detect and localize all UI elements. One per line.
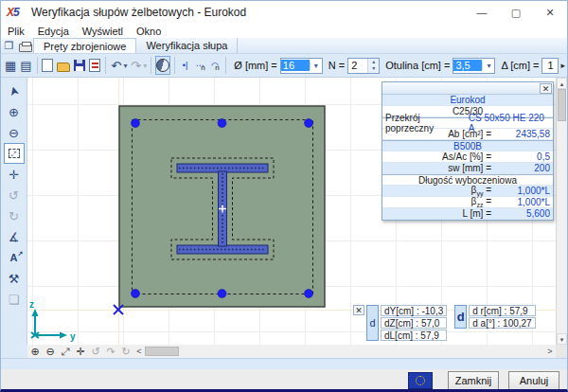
add-rebar-arc-button[interactable]: ◠n	[208, 56, 222, 75]
menu-plik[interactable]: Plik	[1, 26, 31, 37]
save-report-button[interactable]	[88, 56, 101, 75]
export-view-button[interactable]: ❏	[4, 289, 25, 310]
scroll-up-icon[interactable]: ▴	[557, 78, 567, 89]
coord-dz: dZ[cm] : 57,0	[381, 317, 447, 329]
add-rebar-row-button[interactable]: ⋯n	[193, 56, 206, 75]
vertical-scroll-thumb[interactable]	[558, 89, 566, 121]
zoom-extents-button[interactable]: ⤢	[4, 143, 25, 164]
zoom-extents-icon[interactable]: ⤢	[58, 346, 73, 358]
eu-stars	[416, 376, 425, 385]
zoom-previous-button[interactable]: ↺	[4, 185, 25, 205]
rebar-bottom-right[interactable]	[305, 290, 313, 298]
table-grid-icon[interactable]: ▦	[4, 56, 17, 75]
rebar-bottom-center[interactable]	[218, 290, 226, 298]
print-icon[interactable]	[17, 39, 33, 53]
add-single-rebar-button[interactable]: •|	[179, 56, 192, 75]
delta-value-box[interactable]: 1	[541, 58, 559, 74]
diameter-label: Ø [mm] =	[234, 60, 277, 71]
cover-combo[interactable]: 3,5 ▾	[453, 58, 495, 74]
undo-dropdown-icon[interactable]: ▾	[124, 62, 129, 70]
scroll-left-icon[interactable]: <	[133, 347, 145, 356]
tab-strip: ❐ Pręty zbrojeniowe Weryfikacja słupa	[1, 38, 567, 54]
polar-tab[interactable]: d	[454, 305, 467, 329]
count-field: N = 2 ▴▾	[328, 58, 380, 74]
section-display-button[interactable]	[155, 56, 170, 75]
toolbar-separator	[105, 57, 106, 74]
settings-tool-button[interactable]: ⚒	[4, 268, 25, 289]
menu-wyswietl[interactable]: Wyświetl	[76, 26, 130, 37]
rebar-bottom-left[interactable]	[132, 290, 140, 298]
new-file-icon	[42, 59, 53, 72]
horizontal-scroll-row: ⊕ ⊖ ⤢ ✛ ↺ ↷ ↻ < >	[1, 345, 567, 358]
horizontal-scroll-thumb[interactable]	[145, 347, 179, 356]
main-toolbar: ▦ ▤ ↶ ▾ ↷ ▾ •| ⋯n ◠n Ø [mm] = 16 ▾ N = 2	[1, 54, 567, 78]
coord-dy: dY[cm] : -10,3	[381, 305, 447, 316]
view-restore-icon[interactable]: ↷	[103, 346, 118, 358]
dimension-tool-button[interactable]: ∡	[4, 226, 25, 247]
close-icon[interactable]: ✕	[353, 305, 364, 315]
count-label: N =	[328, 60, 345, 71]
footer-bar: Zamknij Anuluj	[1, 369, 567, 391]
diameter-combo[interactable]: 16 ▾	[280, 58, 323, 74]
copy-icon[interactable]: ❐	[1, 39, 17, 53]
close-button[interactable]: ✕	[533, 2, 567, 23]
zoom-in-button[interactable]: ⊕	[4, 101, 25, 122]
cancel-button[interactable]: Anuluj	[508, 371, 559, 390]
table-row-ab: Ab [cm²] =2435,58	[382, 129, 553, 140]
new-file-button[interactable]	[41, 56, 54, 75]
rebar-top-left[interactable]	[132, 119, 140, 128]
app-icon: X5	[7, 6, 26, 20]
maximize-button[interactable]: ▢	[499, 2, 533, 23]
open-file-button[interactable]	[56, 56, 71, 75]
save-floppy-icon	[74, 60, 85, 71]
pan-icon[interactable]: ✛	[73, 346, 88, 358]
delta-field: Δ [cm] = 1	[501, 58, 559, 74]
zoom-out-button[interactable]: ⊖	[4, 122, 25, 143]
rebar-top-center[interactable]	[218, 119, 226, 128]
scroll-right-icon[interactable]: >	[544, 347, 556, 356]
menu-bar: Plik Edycja Wyświetl Okno	[1, 24, 567, 38]
menu-edycja[interactable]: Edycja	[31, 26, 76, 37]
axes-indicator: z y	[29, 299, 76, 342]
toolbar-overflow-icon[interactable]: ▸	[560, 61, 565, 70]
chevron-down-icon[interactable]: ▾	[310, 62, 322, 70]
delta-tab[interactable]: d	[366, 305, 379, 341]
wrench-icon: ⚒	[9, 272, 20, 286]
diameter-value: 16	[281, 60, 310, 71]
annotation-tool-button[interactable]: A↗	[4, 247, 25, 268]
report-file-icon	[89, 59, 100, 72]
window-title: Weryfikacja słupów żelbetowych - Eurokod	[31, 6, 465, 19]
save-button[interactable]	[73, 56, 86, 75]
select-tool-button[interactable]: ➤	[4, 80, 25, 101]
axis-z-label: z	[29, 299, 34, 310]
redo-dropdown-icon[interactable]: ▾	[143, 62, 148, 70]
table-row-eurokod: Eurokod	[382, 95, 553, 106]
horizontal-scrollbar[interactable]: ⊕ ⊖ ⤢ ✛ ↺ ↷ ↻ < >	[27, 345, 556, 358]
drawing-canvas[interactable]: z y ✕ Eurokod C25/30 Przekrój poprzeczny…	[27, 78, 556, 345]
zoom-in-icon[interactable]: ⊕	[27, 346, 43, 358]
tab-prety-zbrojeniowe[interactable]: Pręty zbrojeniowe	[33, 38, 136, 53]
rebar-arc-icon: ◠n	[211, 61, 219, 70]
undo-button[interactable]: ↶	[110, 56, 123, 75]
zoom-extents-icon: ⤢	[9, 149, 20, 158]
view-next-icon[interactable]: ↻	[118, 346, 133, 358]
left-toolbar: ➤ ⊕ ⊖ ⤢ ✛ ↺ ↻ ∡ A↗ ⚒ ❏	[1, 78, 27, 345]
view-previous-icon[interactable]: ↺	[88, 346, 103, 358]
close-dialog-button[interactable]: Zamknij	[448, 371, 499, 390]
report-notebook-icon[interactable]: ▤	[19, 56, 32, 75]
pan-button[interactable]: ✛	[4, 164, 25, 185]
menu-okno[interactable]: Okno	[130, 26, 168, 37]
rebar-top-right[interactable]	[305, 119, 313, 128]
footer-strip	[1, 358, 567, 369]
chevron-down-icon[interactable]: ▾	[482, 62, 494, 70]
scroll-down-icon[interactable]: ▾	[557, 333, 567, 345]
minimize-button[interactable]: —	[465, 2, 499, 23]
zoom-next-button[interactable]: ↻	[4, 205, 25, 226]
close-icon[interactable]: ✕	[540, 83, 552, 94]
count-stepper[interactable]: 2 ▴▾	[347, 58, 380, 74]
vertical-scroll-track[interactable]	[557, 121, 567, 333]
redo-button[interactable]: ↷	[130, 56, 143, 75]
stepper-arrows[interactable]: ▴▾	[367, 59, 379, 73]
tab-weryfikacja-slupa[interactable]: Weryfikacja słupa	[136, 38, 238, 53]
zoom-out-icon[interactable]: ⊖	[43, 346, 58, 358]
